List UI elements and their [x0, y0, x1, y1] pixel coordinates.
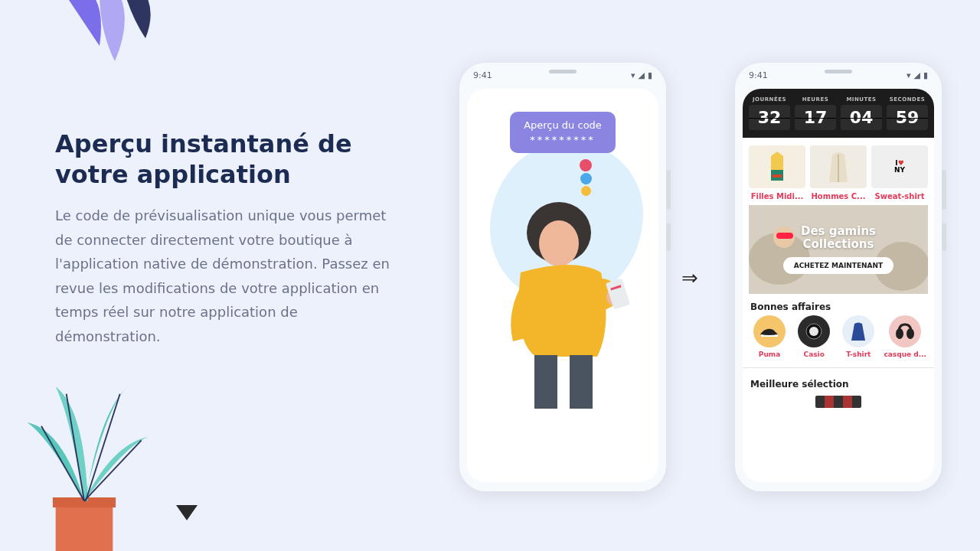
deal-item[interactable]: casque d... — [884, 315, 926, 358]
svg-line-4 — [86, 394, 120, 501]
deal-thumb — [753, 315, 786, 347]
svg-rect-9 — [570, 355, 593, 409]
countdown-value: 32 — [749, 105, 790, 130]
deal-label: Puma — [750, 350, 789, 358]
deal-thumb — [798, 315, 830, 347]
category-label: Sweat-shirt — [871, 192, 928, 201]
deals-row: Puma Casio T-shirt casque d... — [743, 315, 934, 364]
signal-icon: ▾ — [631, 70, 635, 80]
plant-decoration-bottom — [0, 337, 168, 551]
hero-banner[interactable]: Des gaminsCollections ACHETEZ MAINTENANT — [749, 205, 928, 294]
feature-title: Aperçu instantané de votre application — [55, 129, 392, 190]
deal-item[interactable]: T-shirt — [839, 315, 877, 358]
countdown-timer: JOURNÉES32 HEURES17 MINUTES04 SECONDES59 — [743, 89, 934, 138]
wifi-icon: ◢ — [913, 70, 920, 80]
status-time: 9:41 — [749, 70, 768, 80]
phone-screen: Aperçu du code ********* — [467, 89, 658, 482]
countdown-label: HEURES — [795, 96, 836, 103]
category-item[interactable]: Filles Midi... — [749, 145, 805, 201]
phone-side-button — [666, 170, 671, 210]
svg-point-23 — [896, 328, 903, 339]
svg-point-7 — [539, 220, 579, 266]
feature-text-block: Aperçu instantané de votre application L… — [55, 129, 392, 348]
countdown-label: JOURNÉES — [749, 96, 790, 103]
svg-point-22 — [809, 327, 818, 336]
category-item[interactable]: Hommes C... — [810, 145, 867, 201]
svg-rect-0 — [56, 501, 113, 551]
countdown-label: SECONDES — [887, 96, 928, 103]
section-title-deals: Bonnes affaires — [743, 294, 934, 315]
selection-preview-strip — [815, 396, 861, 408]
dot-icon — [580, 159, 592, 171]
phone-notch — [800, 63, 877, 80]
person-illustration — [475, 188, 651, 410]
deal-thumb — [842, 315, 874, 347]
divider — [743, 367, 934, 368]
code-preview-box[interactable]: Aperçu du code ********* — [510, 112, 616, 153]
phone-side-button — [942, 223, 946, 251]
code-preview-value: ********* — [524, 134, 602, 145]
svg-line-5 — [84, 440, 142, 500]
wifi-icon: ◢ — [638, 70, 644, 80]
status-icons: ▾◢▮ — [628, 70, 652, 80]
phone-side-button — [942, 170, 946, 210]
category-thumb: I♥NY — [871, 145, 928, 188]
countdown-value: 59 — [887, 105, 928, 130]
battery-icon: ▮ — [923, 70, 928, 80]
category-thumb — [810, 145, 867, 188]
category-row: Filles Midi... Hommes C... I♥NY Sweat-sh… — [743, 138, 934, 205]
battery-icon: ▮ — [648, 70, 652, 80]
phone-screen: JOURNÉES32 HEURES17 MINUTES04 SECONDES59… — [743, 89, 934, 482]
category-label: Filles Midi... — [749, 192, 805, 201]
phone-side-button — [666, 223, 671, 251]
category-label: Hommes C... — [810, 192, 867, 201]
section-title-best: Meilleure sélection — [743, 371, 934, 393]
dot-icon — [580, 173, 592, 184]
hero-line2: Collections — [803, 237, 874, 251]
countdown-value: 04 — [841, 105, 882, 130]
svg-rect-8 — [534, 355, 557, 409]
deal-label: Casio — [795, 350, 833, 358]
status-time: 9:41 — [473, 70, 492, 80]
deal-label: casque d... — [884, 350, 926, 358]
category-item[interactable]: I♥NY Sweat-shirt — [871, 145, 928, 201]
phone-preview-code: 9:41 ▾◢▮ Aperçu du code ********* — [459, 63, 666, 491]
code-preview-label: Aperçu du code — [524, 119, 602, 131]
status-icons: ▾◢▮ — [903, 70, 928, 80]
deal-thumb — [889, 315, 921, 347]
phone-notch — [524, 63, 601, 80]
deal-item[interactable]: Puma — [750, 315, 789, 358]
svg-rect-14 — [773, 174, 782, 178]
countdown-label: MINUTES — [841, 96, 882, 103]
category-thumb — [749, 145, 805, 188]
hero-line1: Des gamins — [801, 224, 876, 238]
svg-rect-20 — [776, 233, 793, 239]
svg-point-24 — [906, 328, 914, 339]
signal-icon: ▾ — [906, 70, 911, 80]
leaf-decoration-top — [46, 0, 184, 115]
cursor-triangle-icon — [176, 505, 198, 520]
deal-label: T-shirt — [839, 350, 877, 358]
hero-cta-button[interactable]: ACHETEZ MAINTENANT — [783, 257, 893, 274]
feature-description: Le code de prévisualisation unique vous … — [55, 204, 392, 348]
arrow-right-icon: ⇒ — [681, 266, 698, 289]
countdown-value: 17 — [795, 105, 836, 130]
deal-item[interactable]: Casio — [795, 315, 833, 358]
phone-preview-app: 9:41 ▾◢▮ JOURNÉES32 HEURES17 MINUTES04 S… — [735, 63, 942, 491]
